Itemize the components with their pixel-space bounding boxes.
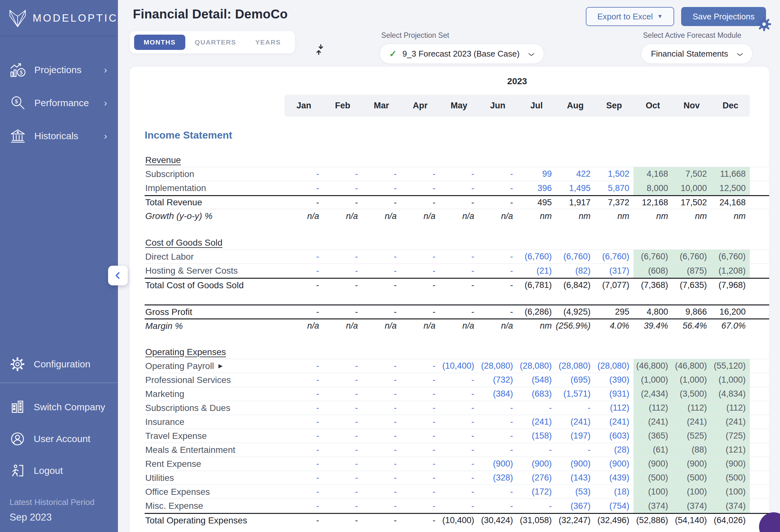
value-cell[interactable]: - [440, 499, 478, 513]
value-cell[interactable]: - [401, 485, 440, 499]
value-cell[interactable]: - [362, 167, 401, 181]
value-cell[interactable]: - [440, 485, 478, 499]
expand-row-icon[interactable]: ▶ [218, 362, 223, 369]
value-cell[interactable]: (390) [595, 373, 633, 387]
value-cell[interactable]: - [362, 485, 401, 499]
value-cell[interactable]: - [362, 499, 401, 513]
value-cell[interactable]: - [323, 443, 362, 457]
value-cell[interactable]: - [401, 457, 440, 471]
value-cell[interactable]: - [285, 499, 323, 513]
value-cell[interactable]: (328) [478, 471, 517, 485]
value-cell[interactable]: - [478, 167, 517, 181]
value-cell[interactable]: (197) [556, 429, 595, 443]
value-cell[interactable]: (384) [478, 387, 517, 401]
value-cell[interactable]: - [285, 401, 323, 415]
value-cell[interactable]: - [285, 457, 323, 471]
value-cell[interactable]: - [362, 181, 401, 195]
export-to-excel-button[interactable]: Export to Excel ▼ [586, 7, 674, 26]
value-cell[interactable]: 1,502 [595, 167, 633, 181]
forecast-module-dropdown[interactable]: Financial Statements ⌵ [641, 44, 753, 64]
value-cell[interactable]: - [323, 250, 362, 263]
value-cell[interactable]: - [440, 457, 478, 471]
value-cell[interactable]: 1,495 [556, 181, 595, 195]
collapse-columns-icon[interactable] [313, 43, 326, 56]
value-cell[interactable]: - [478, 264, 517, 278]
value-cell[interactable]: (18) [595, 485, 633, 499]
value-cell[interactable]: - [517, 499, 556, 513]
value-cell[interactable]: - [362, 415, 401, 429]
value-cell[interactable]: 5,870 [595, 181, 633, 195]
value-cell[interactable]: (276) [517, 471, 556, 485]
value-cell[interactable]: - [556, 443, 595, 457]
value-cell[interactable]: - [440, 387, 478, 401]
value-cell[interactable]: (28,080) [517, 359, 556, 373]
value-cell[interactable]: - [440, 415, 478, 429]
value-cell[interactable]: - [362, 443, 401, 457]
value-cell[interactable]: (28,080) [595, 359, 633, 373]
value-cell[interactable]: (6,760) [517, 250, 556, 263]
value-cell[interactable]: - [323, 167, 362, 181]
value-cell[interactable]: - [478, 443, 517, 457]
save-projections-button[interactable]: Save Projections [681, 7, 766, 26]
value-cell[interactable]: - [440, 167, 478, 181]
value-cell[interactable]: (439) [595, 471, 633, 485]
tab-quarters[interactable]: QUARTERS [185, 35, 246, 50]
value-cell[interactable]: - [323, 401, 362, 415]
value-cell[interactable]: - [285, 471, 323, 485]
value-cell[interactable]: - [285, 181, 323, 195]
value-cell[interactable]: - [401, 401, 440, 415]
sidebar-collapse-button[interactable] [108, 266, 128, 285]
value-cell[interactable]: - [323, 359, 362, 373]
value-cell[interactable]: (143) [556, 471, 595, 485]
projection-set-dropdown[interactable]: ✓ 9_3 Forecast 2023 (Base Case) ⌵ [380, 44, 544, 64]
value-cell[interactable]: - [362, 387, 401, 401]
value-cell[interactable]: (28,080) [556, 359, 595, 373]
value-cell[interactable]: (53) [556, 485, 595, 499]
value-cell[interactable]: - [362, 264, 401, 278]
value-cell[interactable]: - [440, 401, 478, 415]
value-cell[interactable]: - [362, 250, 401, 263]
sidebar-item-configuration[interactable]: Configuration [0, 348, 118, 380]
value-cell[interactable]: - [401, 167, 440, 181]
value-cell[interactable]: - [556, 401, 595, 415]
value-cell[interactable]: - [440, 471, 478, 485]
value-cell[interactable]: - [440, 443, 478, 457]
value-cell[interactable]: (172) [517, 485, 556, 499]
value-cell[interactable]: - [285, 485, 323, 499]
value-cell[interactable]: - [285, 264, 323, 278]
sidebar-item-projections[interactable]: $ Projections › [0, 53, 118, 87]
value-cell[interactable]: (683) [517, 387, 556, 401]
value-cell[interactable]: - [401, 499, 440, 513]
value-cell[interactable]: - [478, 401, 517, 415]
value-cell[interactable]: (6,760) [556, 250, 595, 263]
value-cell[interactable]: - [478, 415, 517, 429]
value-cell[interactable]: (82) [556, 264, 595, 278]
value-cell[interactable]: - [323, 499, 362, 513]
module-settings-button[interactable] [757, 16, 772, 32]
value-cell[interactable]: - [285, 443, 323, 457]
value-cell[interactable]: (732) [478, 373, 517, 387]
value-cell[interactable]: (931) [595, 387, 633, 401]
sidebar-item-performance[interactable]: $ Performance › [0, 87, 118, 119]
value-cell[interactable]: (695) [556, 373, 595, 387]
value-cell[interactable]: (10,400) [440, 359, 478, 373]
value-cell[interactable]: - [440, 250, 478, 263]
value-cell[interactable]: - [401, 359, 440, 373]
value-cell[interactable]: - [401, 443, 440, 457]
value-cell[interactable]: - [478, 485, 517, 499]
value-cell[interactable]: - [401, 264, 440, 278]
value-cell[interactable]: - [323, 471, 362, 485]
value-cell[interactable]: - [517, 443, 556, 457]
value-cell[interactable]: (900) [478, 457, 517, 471]
value-cell[interactable]: - [323, 429, 362, 443]
value-cell[interactable]: - [285, 387, 323, 401]
value-cell[interactable]: (21) [517, 264, 556, 278]
value-cell[interactable]: - [285, 167, 323, 181]
value-cell[interactable]: (28) [595, 443, 633, 457]
value-cell[interactable]: - [362, 401, 401, 415]
sidebar-item-user-account[interactable]: User Account [0, 423, 118, 455]
value-cell[interactable]: (900) [517, 457, 556, 471]
value-cell[interactable]: - [401, 250, 440, 263]
value-cell[interactable]: - [285, 415, 323, 429]
value-cell[interactable]: (6,760) [595, 250, 633, 263]
